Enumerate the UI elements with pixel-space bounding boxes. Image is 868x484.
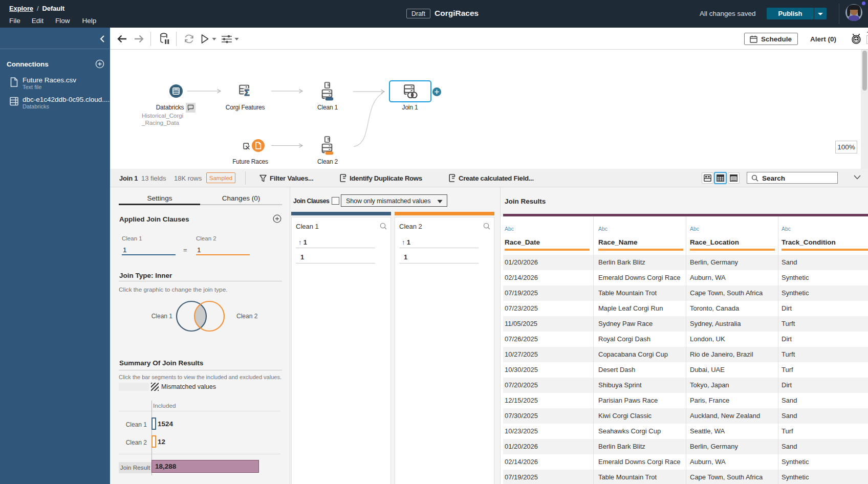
svg-text:Σ: Σ [244,88,249,98]
